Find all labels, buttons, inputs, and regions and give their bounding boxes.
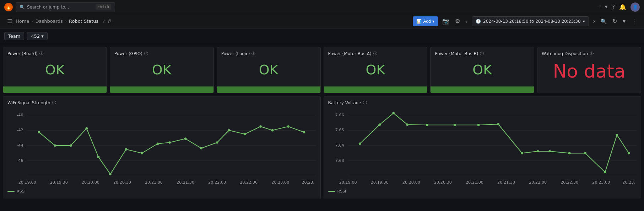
svg-text:20:20:30: 20:20:30 — [113, 180, 131, 185]
breadcrumb-home[interactable]: Home — [16, 19, 29, 24]
zoom-out-icon[interactable]: 🔍 — [599, 17, 608, 26]
wifi-chart-area: -40 -42 -44 -46 20:19:00 20:19:30 20:20:… — [7, 107, 316, 188]
svg-text:20:22:30: 20:22:30 — [240, 180, 258, 185]
help-icon[interactable]: ? — [612, 4, 615, 10]
info-icon[interactable]: ⓘ — [144, 51, 148, 56]
svg-text:-40: -40 — [17, 113, 23, 117]
top-navigation: 🔥 🔍 Search or jump to... ctrl+k ＋ ▾ ? 🔔 … — [0, 0, 644, 14]
panel-power-logic: Power (Logic) ⓘ OK — [217, 47, 321, 93]
wifi-point — [216, 141, 218, 143]
svg-text:20:23:00: 20:23:00 — [592, 180, 610, 185]
battery-legend-label: RSSI — [337, 189, 346, 194]
avatar[interactable]: 👤 — [631, 2, 640, 12]
grafana-logo[interactable]: 🔥 — [4, 3, 13, 11]
team-filter-value[interactable]: 452 ▾ — [27, 32, 47, 40]
panel-watchdog: Watchdog Disposition ⓘ No data — [537, 47, 641, 93]
wifi-point — [184, 138, 187, 140]
wifi-chart-line — [39, 127, 304, 174]
power-motor-b-bar — [431, 86, 534, 93]
power-motor-a-value: OK — [328, 58, 423, 78]
plus-icon[interactable]: ＋ ▾ — [597, 3, 607, 11]
power-logic-bar — [217, 86, 320, 93]
panel-power-motor-a: Power (Motor Bus A) ⓘ OK — [324, 47, 428, 93]
wifi-point — [287, 125, 289, 127]
battery-point — [548, 150, 551, 152]
info-icon[interactable]: ⓘ — [52, 100, 56, 105]
add-chevron-icon: ▾ — [432, 19, 434, 24]
svg-text:-46: -46 — [17, 158, 23, 163]
battery-point — [521, 152, 523, 154]
nav-forward-icon[interactable]: › — [592, 17, 596, 26]
add-chart-icon: 📊 — [416, 19, 422, 24]
battery-point — [568, 152, 570, 154]
info-icon[interactable]: ⓘ — [363, 100, 367, 105]
search-bar[interactable]: 🔍 Search or jump to... ctrl+k — [16, 2, 115, 12]
snapshot-icon[interactable]: 📷 — [441, 16, 451, 26]
clock-icon: 🕐 — [476, 19, 481, 24]
wifi-point — [259, 125, 262, 127]
notification-icon[interactable]: 🔔 — [619, 4, 626, 10]
power-motor-b-value: OK — [435, 58, 530, 78]
info-icon[interactable]: ⓘ — [251, 51, 255, 56]
svg-text:20:20:00: 20:20:00 — [402, 180, 420, 185]
settings-icon[interactable]: ⚙ — [454, 16, 461, 26]
panel-title-power-motor-b: Power (Motor Bus B) ⓘ — [435, 51, 530, 56]
wifi-point — [54, 144, 56, 147]
battery-legend: RSSI — [328, 189, 637, 194]
battery-point — [378, 123, 381, 126]
time-range[interactable]: 🕐 2024-08-13 20:18:50 to 2024-08-13 20:2… — [472, 16, 589, 26]
power-gpio-label: Power (GPIO) — [114, 51, 142, 56]
svg-text:20:22:00: 20:22:00 — [529, 180, 547, 185]
battery-point — [453, 124, 456, 126]
power-logic-value: OK — [221, 58, 316, 78]
power-motor-a-bar — [324, 86, 427, 93]
power-gpio-bar — [110, 86, 213, 93]
battery-legend-color — [328, 191, 335, 192]
info-icon[interactable]: ⓘ — [480, 51, 484, 56]
wifi-chart-svg: -40 -42 -44 -46 20:19:00 20:19:30 20:20:… — [7, 107, 316, 188]
battery-point — [358, 142, 361, 144]
add-button[interactable]: 📊 Add ▾ — [413, 16, 438, 26]
wifi-legend: RSSI — [7, 189, 316, 194]
panel-title-power-board: Power (Board) ⓘ — [7, 51, 102, 56]
battery-point — [616, 134, 618, 136]
panel-power-board: Power (Board) ⓘ OK — [3, 47, 107, 93]
team-filter-tag[interactable]: Team — [4, 32, 24, 40]
battery-chart-area: 7.66 7.65 7.64 7.63 20:19:00 20:19:30 20… — [328, 107, 637, 188]
power-gpio-bar-fill — [110, 86, 213, 93]
svg-text:20:19:00: 20:19:00 — [339, 180, 357, 185]
power-gpio-value: OK — [114, 58, 209, 78]
info-icon[interactable]: ⓘ — [39, 51, 43, 56]
info-icon[interactable]: ⓘ — [373, 51, 377, 56]
svg-text:7.64: 7.64 — [335, 143, 344, 148]
add-button-label: Add — [423, 19, 431, 24]
panel-power-motor-b: Power (Motor Bus B) ⓘ OK — [430, 47, 534, 93]
search-placeholder: Search or jump to... — [27, 5, 69, 10]
star-icon[interactable]: ☆ — [102, 19, 106, 24]
status-row: Power (Board) ⓘ OK Power (GPIO) ⓘ OK Pow… — [3, 47, 641, 93]
refresh-chevron-icon[interactable]: ▾ — [621, 16, 627, 26]
wifi-point — [157, 142, 159, 144]
svg-text:20:22:30: 20:22:30 — [561, 180, 578, 185]
kebab-icon[interactable]: ⋮ — [630, 16, 638, 26]
svg-text:20:21:00: 20:21:00 — [466, 180, 483, 185]
battery-point — [604, 171, 606, 173]
battery-point — [536, 150, 539, 152]
svg-text:20:21:00: 20:21:00 — [145, 180, 163, 185]
wifi-legend-label: RSSI — [17, 189, 26, 194]
refresh-icon[interactable]: ↻ — [611, 16, 618, 26]
info-icon[interactable]: ⓘ — [590, 51, 594, 56]
power-board-bar — [3, 86, 107, 93]
battery-point — [477, 124, 480, 126]
wifi-legend-color — [7, 191, 15, 192]
breadcrumb-sep1: › — [31, 19, 33, 24]
menu-icon[interactable]: ☰ — [6, 16, 13, 26]
svg-text:20:19:30: 20:19:30 — [370, 180, 388, 185]
breadcrumb-dashboards[interactable]: Dashboards — [36, 19, 63, 24]
svg-text:7.66: 7.66 — [335, 113, 344, 117]
nav-back-icon[interactable]: ‹ — [464, 17, 469, 26]
panels-container: Power (Board) ⓘ OK Power (GPIO) ⓘ OK Pow… — [0, 44, 644, 199]
nav-left: 🔥 🔍 Search or jump to... ctrl+k — [4, 2, 115, 12]
share-icon[interactable]: ⎙ — [108, 19, 111, 24]
svg-text:20:23:00: 20:23:00 — [271, 180, 289, 185]
